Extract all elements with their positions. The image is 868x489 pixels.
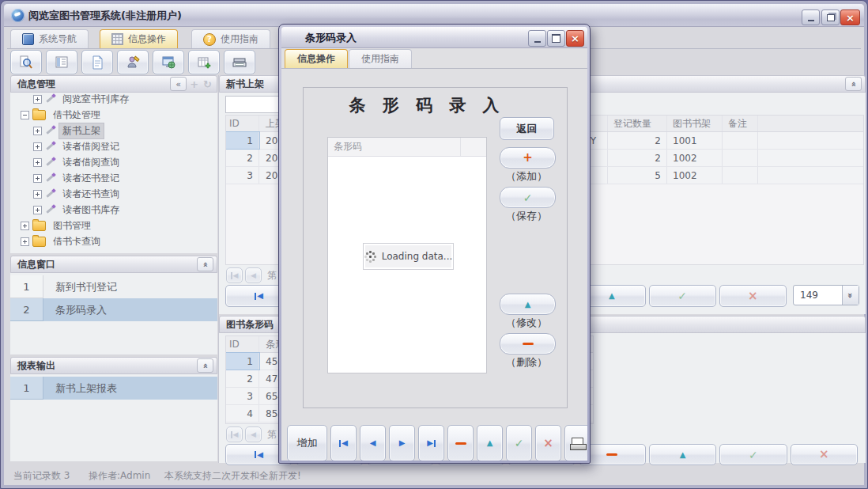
tree-item[interactable]: 新书上架	[10, 123, 217, 138]
refresh-icon[interactable]: ↻	[203, 78, 212, 90]
form-button[interactable]	[46, 50, 77, 74]
expand-icon[interactable]	[33, 158, 42, 167]
tree-item[interactable]: 读者借阅登记	[10, 138, 217, 154]
cell-id-selected[interactable]: 1	[226, 353, 259, 370]
tree-item[interactable]: 读者借阅查询	[10, 154, 217, 170]
col-id[interactable]: ID	[226, 336, 259, 352]
search-button[interactable]	[10, 50, 42, 74]
tree-item[interactable]: 借书处管理	[10, 107, 217, 123]
expand-icon[interactable]	[21, 222, 29, 230]
tab-system-nav[interactable]: 系统导航	[10, 29, 89, 48]
check-icon: ✓	[749, 449, 758, 461]
print-button[interactable]	[564, 425, 587, 461]
collapse-left-button[interactable]: «	[170, 77, 187, 91]
tree-item[interactable]: 阅览室书刊库存	[10, 93, 217, 107]
report-output-header[interactable]: 报表输出	[10, 357, 217, 374]
cell-id[interactable]: 3	[226, 167, 259, 184]
report-output-collapse-button[interactable]	[197, 358, 213, 373]
expand-icon[interactable]	[33, 190, 42, 199]
list-item[interactable]: 1 新到书刊登记	[10, 275, 217, 298]
user-edit-button[interactable]	[117, 50, 149, 74]
pager-prev-button[interactable]: ◀	[245, 426, 262, 442]
cell-note[interactable]	[723, 167, 758, 184]
add-row-button[interactable]: +	[500, 147, 556, 169]
expand-icon[interactable]	[33, 174, 42, 183]
cell-id[interactable]: 4	[226, 405, 259, 422]
cell-id[interactable]: 2	[226, 370, 259, 387]
info-manage-header[interactable]: 信息管理 « + ↻	[10, 75, 217, 93]
nav-post-button[interactable]: ✓	[649, 285, 716, 307]
dialog-tab-label: 信息操作	[297, 52, 335, 66]
delete-row-button[interactable]	[500, 333, 556, 354]
restore-button[interactable]	[821, 9, 840, 25]
nav-cancel-button[interactable]: ×	[535, 425, 561, 461]
tab-user-guide[interactable]: 使用指南	[191, 29, 270, 48]
save-button[interactable]: ✓	[500, 187, 556, 208]
collapse-icon[interactable]	[21, 111, 29, 119]
pager-prev-button[interactable]: ◀	[245, 267, 262, 283]
cell-id[interactable]: 2	[226, 150, 259, 166]
dialog-tab-info-operation[interactable]: 信息操作	[285, 49, 348, 68]
cell-qty[interactable]: 2	[608, 132, 667, 149]
expand-icon[interactable]	[21, 237, 29, 246]
dialog-titlebar[interactable]: 条形码录入 ×	[281, 27, 587, 48]
minimize-button[interactable]	[802, 9, 820, 25]
tree-item[interactable]: 读者图书库存	[10, 202, 217, 218]
nav-edit-button[interactable]: ▲	[649, 444, 716, 465]
page-size-dropdown[interactable]: 149	[793, 285, 859, 305]
pager-first-button[interactable]: ◀	[226, 267, 243, 283]
nav-delete-button[interactable]	[447, 425, 474, 461]
dialog-close-button[interactable]: ×	[566, 30, 584, 47]
expand-icon[interactable]	[33, 142, 42, 151]
nav-post-button[interactable]: ✓	[719, 444, 787, 465]
cell-qty[interactable]: 2	[608, 150, 667, 166]
nav-next-button[interactable]: ▶	[389, 425, 415, 461]
cell-shelf[interactable]: 1002	[667, 150, 723, 166]
dialog-maximize-button[interactable]	[547, 30, 565, 47]
monitor-button[interactable]	[153, 50, 184, 74]
tab-info-operation[interactable]: 信息操作	[100, 29, 178, 48]
document-button[interactable]	[81, 50, 113, 74]
col-qty[interactable]: 登记数量	[608, 116, 667, 131]
dialog-tab-user-guide[interactable]: 使用指南	[349, 49, 412, 68]
col-shelf[interactable]: 图书书架	[667, 116, 723, 131]
cell-shelf[interactable]: 1002	[667, 167, 723, 184]
dropdown-button[interactable]	[842, 286, 859, 305]
expand-icon[interactable]	[33, 95, 42, 104]
cell-shelf[interactable]: 1001	[667, 132, 723, 149]
add-node-icon[interactable]: +	[190, 78, 198, 90]
edit-row-button[interactable]: ▲	[500, 294, 556, 315]
nav-cancel-button[interactable]: ×	[719, 285, 787, 307]
tree-item[interactable]: 读者还书登记	[10, 170, 217, 186]
cell-note[interactable]	[723, 132, 758, 149]
col-note[interactable]: 备注	[723, 116, 758, 131]
printer-tray-button[interactable]	[224, 50, 255, 74]
tree-item[interactable]: 读者还书查询	[10, 186, 217, 202]
col-id[interactable]: ID	[226, 116, 259, 131]
cell-id-selected[interactable]: 1	[226, 132, 259, 149]
list-item-selected[interactable]: 1 新书上架报表	[10, 377, 217, 400]
nav-prev-button[interactable]: ◀	[360, 425, 386, 461]
tree-item[interactable]: 借书卡查询	[10, 233, 217, 249]
cell-note[interactable]	[723, 150, 758, 166]
table-add-button[interactable]	[188, 50, 220, 74]
back-button[interactable]: 返回	[500, 117, 554, 140]
cell-id[interactable]: 3	[226, 388, 259, 404]
nav-first-button[interactable]: ◀	[330, 425, 357, 461]
info-window-collapse-button[interactable]	[197, 257, 213, 271]
dialog-minimize-button[interactable]	[528, 30, 546, 47]
nav-post-button[interactable]: ✓	[506, 425, 532, 461]
pager-first-button[interactable]: ◀	[226, 426, 243, 442]
info-window-header[interactable]: 信息窗口	[10, 256, 217, 273]
tree-item[interactable]: 图书管理	[10, 218, 217, 233]
expand-icon[interactable]	[33, 206, 42, 214]
nav-cancel-button[interactable]: ×	[791, 444, 858, 465]
new-book-collapse-button[interactable]	[845, 77, 862, 91]
nav-last-button[interactable]: ▶	[418, 425, 444, 461]
close-button[interactable]: ×	[840, 9, 860, 25]
list-item-selected[interactable]: 2 条形码录入	[10, 298, 217, 321]
nav-edit-button[interactable]: ▲	[477, 425, 503, 461]
cell-qty[interactable]: 5	[608, 167, 667, 184]
append-button[interactable]: 增加	[287, 425, 327, 461]
expand-icon[interactable]	[33, 127, 42, 135]
